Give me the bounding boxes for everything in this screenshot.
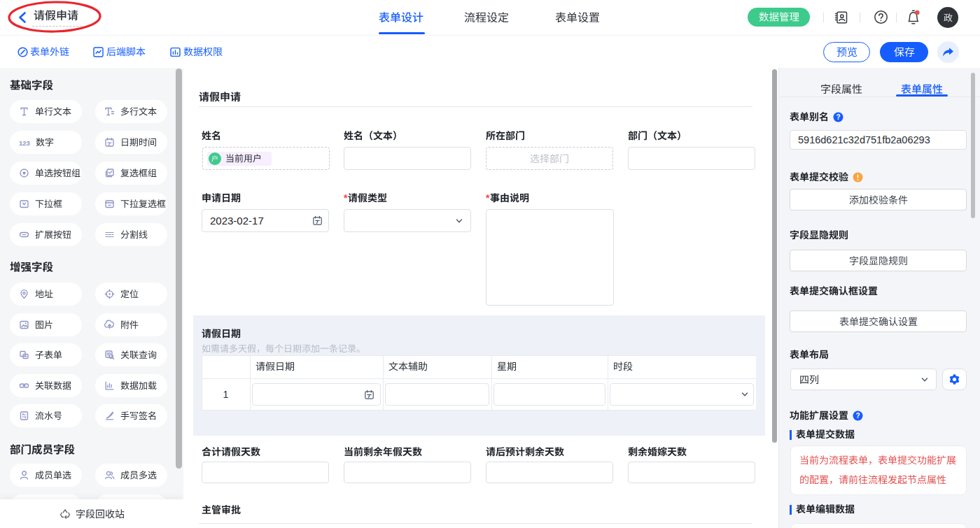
svg-text:?: ? — [836, 113, 840, 121]
svg-text:123: 123 — [19, 139, 30, 147]
svg-text:?: ? — [855, 412, 860, 420]
